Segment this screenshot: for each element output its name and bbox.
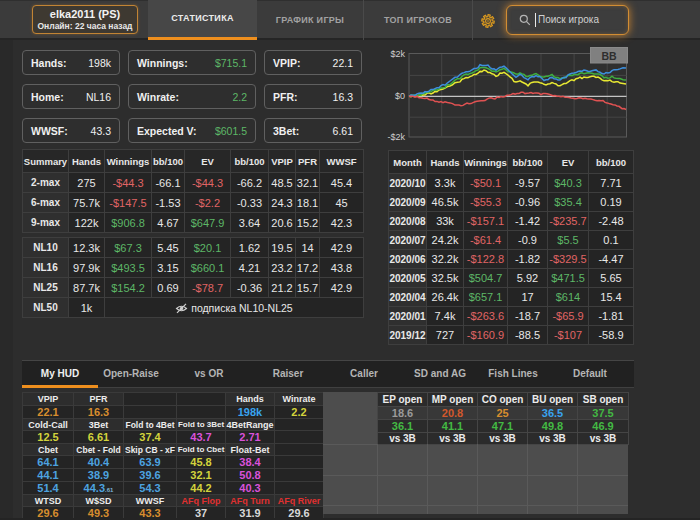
svg-text:BB: BB [601, 50, 617, 62]
svg-text:$0: $0 [395, 91, 405, 101]
svg-text:$2k: $2k [390, 49, 405, 59]
svg-text:-$2k: -$2k [387, 132, 405, 142]
